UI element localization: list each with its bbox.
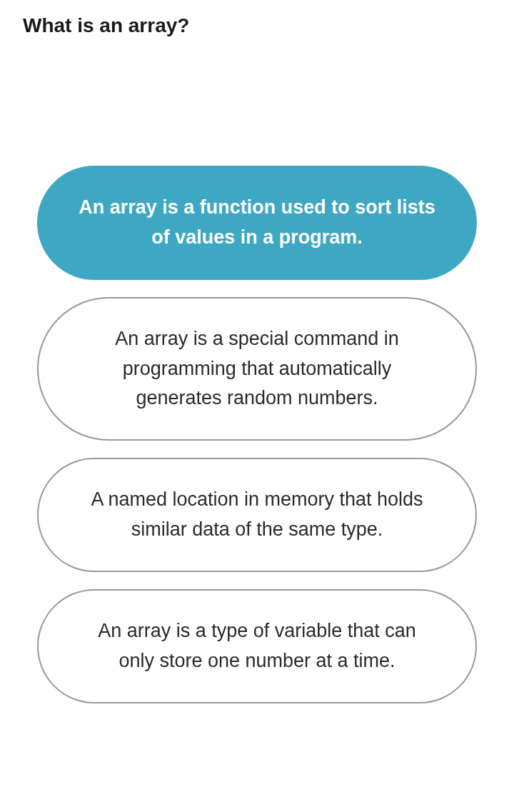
option-3[interactable]: A named location in memory that holds si… xyxy=(37,458,477,572)
option-2[interactable]: An array is a special command in program… xyxy=(37,297,477,441)
options-container: An array is a function used to sort list… xyxy=(17,166,497,703)
question-text: What is an array? xyxy=(23,14,497,37)
option-4[interactable]: An array is a type of variable that can … xyxy=(37,589,477,703)
option-1[interactable]: An array is a function used to sort list… xyxy=(37,166,477,280)
